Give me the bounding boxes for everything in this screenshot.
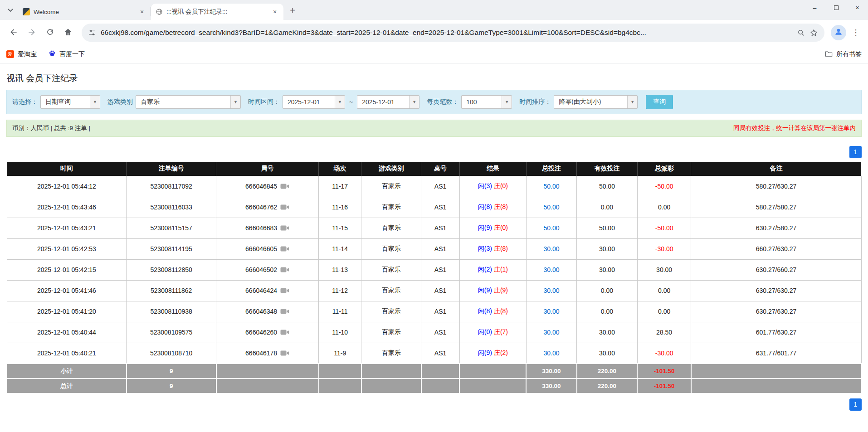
- game-type-select[interactable]: 百家乐 ▼: [136, 95, 241, 109]
- total-bet-link[interactable]: 30.00: [543, 266, 559, 273]
- video-replay-icon[interactable]: [280, 350, 289, 356]
- all-bookmarks-button[interactable]: 所有书签: [825, 50, 862, 58]
- date-start-select[interactable]: 2025-12-01 ▼: [283, 95, 345, 109]
- cell-bet-id: 523008108710: [127, 343, 216, 364]
- video-replay-icon[interactable]: [280, 287, 289, 294]
- col-header-time: 时间: [7, 162, 127, 176]
- cell-total-bet: 50.00: [526, 176, 576, 197]
- person-icon: [834, 27, 843, 38]
- aitaobao-icon: 爱: [6, 50, 14, 58]
- round-id-text: 666046762: [245, 204, 277, 211]
- cell-table-no: AS1: [421, 280, 460, 301]
- cell-time: 2025-12-01 05:43:21: [7, 218, 127, 238]
- video-replay-icon[interactable]: [280, 308, 289, 315]
- query-type-label: 请选择：: [12, 98, 38, 106]
- cell-valid-bet: 0.00: [577, 197, 638, 218]
- video-replay-icon[interactable]: [280, 225, 289, 231]
- sort-label: 时间排序：: [519, 98, 551, 106]
- total-bet-link[interactable]: 50.00: [543, 204, 559, 211]
- currency-summary: 币别：人民币 | 总共 :9 注单 |: [12, 124, 90, 132]
- tab-close-icon[interactable]: ×: [138, 8, 146, 16]
- video-replay-icon[interactable]: [280, 329, 289, 335]
- browser-window: Welcome × :::视讯 会员下注纪录::: × + – ×: [0, 0, 868, 411]
- video-replay-icon[interactable]: [280, 204, 289, 210]
- bookmark-aitaobao[interactable]: 爱 爱淘宝: [6, 50, 37, 58]
- cell-result: 闲(3) 庄(8): [459, 238, 526, 259]
- query-type-select[interactable]: 日期查询 ▼: [40, 95, 100, 109]
- page-number-button[interactable]: 1: [849, 146, 862, 158]
- tab-betrecord[interactable]: :::视讯 会员下注纪录::: ×: [151, 4, 283, 20]
- total-bet-link[interactable]: 30.00: [543, 308, 559, 315]
- cell-round-id: 666046424: [216, 280, 319, 301]
- video-replay-icon[interactable]: [280, 183, 289, 189]
- cell-result: 闲(8) 庄(8): [459, 197, 526, 218]
- bookmark-baidu[interactable]: 百度一下: [49, 50, 85, 58]
- total-bet-link[interactable]: 30.00: [543, 349, 559, 357]
- round-id-text: 666046845: [245, 183, 277, 190]
- result-player: 闲(9): [478, 286, 492, 294]
- tab-search-button[interactable]: [4, 3, 17, 17]
- per-page-label: 每页笔数：: [427, 98, 458, 106]
- close-button[interactable]: ×: [847, 0, 868, 15]
- profile-avatar[interactable]: [831, 25, 846, 40]
- col-header-bet-id: 注单编号: [127, 162, 216, 176]
- page-number-button[interactable]: 1: [849, 398, 862, 411]
- total-bet-link[interactable]: 50.00: [543, 224, 559, 232]
- video-replay-icon[interactable]: [280, 246, 289, 252]
- minimize-button[interactable]: –: [804, 0, 825, 15]
- bet-row: 2025-12-01 05:41:20523008110938666046348…: [7, 301, 861, 322]
- cell-bet-id: 523008116033: [127, 197, 216, 218]
- zoom-icon[interactable]: [797, 29, 805, 37]
- round-id-text: 666046683: [245, 224, 277, 232]
- total-valid-bet: 220.00: [577, 379, 638, 393]
- all-bookmarks-label: 所有书签: [836, 50, 862, 58]
- tab-close-icon[interactable]: ×: [271, 8, 279, 16]
- cell-total-bet: 30.00: [526, 343, 576, 364]
- cell-payout: -30.00: [637, 343, 691, 364]
- bet-row: 2025-12-01 05:40:21523008108710666046178…: [7, 343, 861, 364]
- new-tab-button[interactable]: +: [286, 4, 299, 17]
- sort-select[interactable]: 降幂(由大到小) ▼: [554, 95, 638, 109]
- cell-valid-bet: 50.00: [577, 218, 638, 238]
- subtotal-count: 9: [127, 364, 216, 379]
- reload-button[interactable]: [41, 24, 59, 42]
- cell-note: 660.27/630.27: [691, 238, 861, 259]
- date-end-select[interactable]: 2025-12-01 ▼: [357, 95, 419, 109]
- browser-menu-button[interactable]: ⋮: [848, 25, 863, 40]
- forward-button[interactable]: [23, 24, 41, 42]
- browser-toolbar: 66cxkj98.com/game/betrecord_search/kind3…: [0, 20, 868, 45]
- cell-table-no: AS1: [421, 343, 460, 364]
- url-text[interactable]: 66cxkj98.com/game/betrecord_search/kind3…: [101, 29, 793, 37]
- maximize-button[interactable]: [825, 0, 847, 15]
- per-page-select[interactable]: 100 ▼: [461, 95, 512, 109]
- result-player: 闲(2): [478, 266, 492, 273]
- result-banker: 庄(8): [494, 245, 508, 252]
- cell-game-type: 百家乐: [361, 176, 421, 197]
- home-button[interactable]: [59, 24, 77, 42]
- cell-note: 601.77/630.27: [691, 322, 861, 343]
- cell-time: 2025-12-01 05:42:53: [7, 238, 127, 259]
- filter-bar: 请选择： 日期查询 ▼ 游戏类别 百家乐 ▼ 时间区间： 2025-12-01 …: [6, 90, 862, 114]
- cell-payout: 28.50: [637, 322, 691, 343]
- url-bar[interactable]: 66cxkj98.com/game/betrecord_search/kind3…: [82, 24, 824, 42]
- search-button[interactable]: 查询: [646, 95, 673, 109]
- cell-note: 580.27/580.27: [691, 197, 861, 218]
- total-bet-link[interactable]: 30.00: [543, 287, 559, 294]
- cell-game-type: 百家乐: [361, 280, 421, 301]
- bookmark-star-icon[interactable]: [809, 29, 818, 37]
- cell-session: 11-10: [319, 322, 361, 343]
- round-id-text: 666046502: [245, 266, 277, 273]
- video-replay-icon[interactable]: [280, 267, 289, 273]
- cell-payout: 0.00: [637, 301, 691, 322]
- total-label: 总计: [7, 379, 127, 393]
- total-bet-link[interactable]: 30.00: [543, 245, 559, 252]
- total-bet-link[interactable]: 50.00: [543, 183, 559, 190]
- globe-favicon: [156, 8, 163, 15]
- back-button[interactable]: [5, 24, 23, 42]
- result-player: 闲(9): [478, 349, 492, 356]
- total-bet-link[interactable]: 30.00: [543, 329, 559, 336]
- cell-table-no: AS1: [421, 301, 460, 322]
- cell-session: 11-13: [319, 259, 361, 280]
- tab-welcome[interactable]: Welcome ×: [18, 4, 151, 20]
- site-settings-icon[interactable]: [88, 29, 96, 37]
